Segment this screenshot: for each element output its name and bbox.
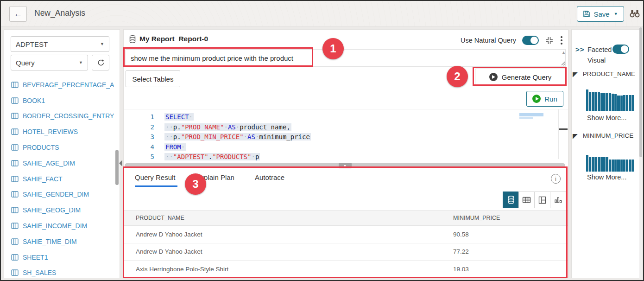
tab-explain-plan[interactable]: Explain Plan	[196, 173, 236, 187]
table-icon	[11, 269, 19, 276]
sidebar-table-item[interactable]: BEVERAGE_PERCENTAGE_AI	[11, 77, 114, 93]
view-switcher	[503, 192, 566, 208]
input-scroll-up-icon[interactable]: ▲	[562, 50, 566, 55]
sql-token: "ADPTEST"	[173, 153, 208, 160]
sidebar-table-item[interactable]: HOTEL_REVIEWS	[11, 124, 114, 140]
histogram-product-name[interactable]	[586, 89, 634, 111]
sql-token: ·	[251, 153, 255, 160]
sql-token: FROM	[165, 143, 181, 151]
sql-token: "PROD_NAME"	[181, 123, 224, 131]
sidebar-table-item[interactable]: SHEET1	[11, 249, 114, 265]
object-type-select[interactable]: Query ▼	[11, 55, 88, 70]
view-single-record-button[interactable]	[503, 192, 519, 208]
sidebar-table-item[interactable]: BORDER_CROSSING_ENTRY	[11, 109, 114, 124]
run-label: Run	[544, 95, 557, 103]
sql-token: ·	[244, 133, 247, 140]
save-dropdown-caret-icon[interactable]: ▼	[614, 12, 618, 16]
report-panel: My Report_Report-0 Use Natural Query sho…	[123, 29, 568, 278]
histogram-bar	[598, 92, 600, 111]
sql-token: p.	[173, 123, 181, 131]
results-table-header: PRODUCT_NAME MINIMUM_PRICE	[124, 210, 568, 226]
sql-token: SELECT	[165, 113, 189, 121]
table-row[interactable]: Andrew D Yahoo Jacket77.22	[124, 243, 568, 261]
editor-line-number: 5	[124, 152, 154, 162]
restore-layout-icon[interactable]	[545, 36, 554, 45]
show-more-link[interactable]: Show More...	[587, 114, 626, 121]
table-row[interactable]: Andrew D Yahoo Jacket90.58	[124, 226, 568, 243]
table-icon	[11, 254, 19, 261]
play-icon	[532, 95, 541, 103]
show-more-link[interactable]: Show More...	[587, 173, 626, 181]
sidebar-table-item[interactable]: SAHIE_TIME_DIM	[11, 234, 114, 249]
column-header-product-name[interactable]: PRODUCT_NAME	[124, 215, 453, 221]
disclosure-triangle-icon[interactable]: ◤	[573, 71, 578, 77]
database-icon	[129, 35, 136, 43]
sidebar-table-item[interactable]: SH_SALES	[11, 265, 114, 277]
binoculars-icon[interactable]	[629, 9, 640, 18]
results-tabs: Query ResultExplain PlanAutotrace	[135, 173, 286, 187]
histogram-bar	[609, 93, 611, 111]
use-natural-query-toggle[interactable]	[522, 36, 539, 45]
run-button[interactable]: Run	[526, 91, 563, 107]
table-name-label: HOTEL_REVIEWS	[23, 128, 78, 135]
generate-query-button[interactable]: Generate Query	[475, 69, 566, 85]
column-header-minimum-price[interactable]: MINIMUM_PRICE	[453, 215, 568, 221]
more-actions-kebab-icon[interactable]	[560, 35, 563, 45]
schema-select[interactable]: ADPTEST ▼	[11, 36, 109, 52]
table-name-label: BEVERAGE_PERCENTAGE_AI	[23, 81, 114, 89]
editor-results-splitter[interactable]: ▼	[125, 163, 565, 168]
sidebar-table-item[interactable]: SAHIE_GEOG_DIM	[11, 202, 114, 218]
sidebar-table-item[interactable]: BOOK1	[11, 93, 114, 109]
sql-token: ··	[165, 133, 173, 140]
page-scrollbar[interactable]	[639, 27, 642, 279]
natural-query-input[interactable]: show me the minimum product price with t…	[126, 49, 566, 67]
sidebar-scrollbar[interactable]	[115, 150, 119, 185]
tab-autotrace[interactable]: Autotrace	[255, 173, 286, 187]
histogram-bar	[603, 93, 606, 111]
editor-code-line: ··p."PROD_NAME"·AS·product_name,	[164, 122, 512, 133]
expand-panel-icon[interactable]: >>	[575, 45, 585, 53]
histogram-bar	[629, 95, 631, 111]
refresh-button[interactable]	[92, 55, 109, 70]
facet-section-header[interactable]: ◤ PRODUCT_NAME	[573, 70, 635, 77]
sidebar-table-item[interactable]: SAHIE_AGE_DIM	[11, 155, 114, 171]
select-tables-button[interactable]: Select Tables	[126, 70, 180, 87]
histogram-bar	[626, 160, 628, 172]
sql-token: AS	[228, 123, 236, 131]
faceted-visual-toggle[interactable]	[612, 45, 629, 54]
sidebar-table-item[interactable]: SAHIE_FACT	[11, 171, 114, 187]
faceted-visual-label: Faceted Visual	[587, 45, 613, 66]
save-button[interactable]: Save ▼	[577, 6, 624, 22]
table-icon	[11, 191, 19, 198]
sidebar-table-item[interactable]: SAHIE_GENDER_DIM	[11, 187, 114, 203]
table-name-label: PRODUCTS	[23, 144, 59, 151]
view-report-layout-button[interactable]	[534, 192, 550, 208]
report-header: My Report_Report-0	[129, 35, 208, 43]
histogram-bar	[620, 160, 623, 172]
sidebar-table-item[interactable]: SAHIE_INCOME_DIM	[11, 218, 114, 234]
play-icon	[489, 73, 498, 81]
table-row[interactable]: Axis Herringbone Polo-Style Shirt19.03	[124, 261, 568, 278]
save-label: Save	[593, 10, 609, 18]
info-icon[interactable]: i	[551, 174, 561, 184]
back-button[interactable]: ←	[9, 6, 27, 22]
input-resize-grip-icon[interactable]	[561, 61, 566, 66]
editor-scrollbar-thumb[interactable]	[559, 128, 568, 130]
facet-section-header[interactable]: ◤ MINIMUM_PRICE	[573, 132, 633, 139]
tab-query-result[interactable]: Query Result	[135, 173, 177, 187]
disclosure-triangle-icon[interactable]: ◤	[573, 133, 578, 139]
view-grid-button[interactable]	[518, 192, 535, 208]
table-icon	[11, 144, 19, 151]
sql-token: .	[208, 153, 212, 160]
chevron-down-icon: ▼	[79, 60, 83, 65]
editor-code[interactable]: SELECT···p."PROD_NAME"·AS·product_name,·…	[164, 112, 512, 162]
sql-token: ·	[224, 123, 227, 131]
histogram-bar	[612, 94, 614, 111]
view-chart-button[interactable]	[550, 192, 566, 208]
facet-label-product-name: PRODUCT_NAME	[583, 70, 635, 77]
histogram-minimum-price[interactable]	[586, 153, 634, 172]
splitter-collapse-button[interactable]: ▼	[339, 163, 352, 168]
sidebar-table-item[interactable]: PRODUCTS	[11, 140, 114, 155]
sidebar-collapse-handle-icon[interactable]	[119, 160, 122, 166]
sql-editor[interactable]: 12345 SELECT···p."PROD_NAME"·AS·product_…	[124, 109, 568, 163]
